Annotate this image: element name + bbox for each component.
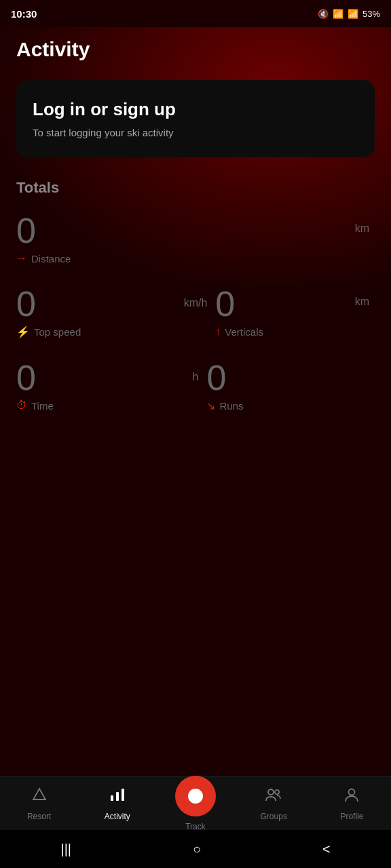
nav-activity[interactable]: Activity	[78, 786, 156, 821]
verticals-icon: ↑	[215, 326, 221, 338]
svg-rect-3	[122, 789, 124, 801]
svg-marker-0	[33, 789, 45, 800]
status-bar: 10:30 🔇 📶 📶 53%	[0, 0, 391, 27]
svg-rect-2	[116, 792, 119, 801]
time-runs-row: 0 ⏱ Time h 0 ↘ Runs	[16, 360, 375, 412]
runs-value: 0	[206, 360, 375, 395]
distance-value: 0	[16, 213, 375, 248]
resort-icon	[31, 786, 48, 808]
distance-label: Distance	[31, 253, 71, 264]
wifi-icon: 📶	[333, 9, 343, 19]
svg-point-5	[275, 789, 279, 793]
verticals-unit: km	[355, 296, 369, 308]
svg-point-4	[268, 789, 274, 795]
android-menu-button[interactable]: |||	[60, 842, 71, 857]
status-time: 10:30	[11, 8, 37, 20]
android-home-button[interactable]: ○	[193, 842, 201, 857]
android-nav-bar: ||| ○ <	[0, 830, 391, 868]
speed-icon: ⚡	[16, 326, 30, 338]
nav-profile[interactable]: Profile	[313, 786, 391, 821]
login-card-subtitle: To start logging your ski activity	[33, 127, 358, 138]
time-value: 0	[16, 360, 185, 395]
groups-label: Groups	[261, 812, 287, 821]
groups-icon	[265, 786, 282, 808]
login-card-title: Log in or sign up	[33, 99, 358, 120]
svg-rect-1	[111, 795, 113, 801]
totals-label: Totals	[16, 179, 375, 197]
distance-row: 0 → Distance km	[16, 213, 375, 264]
speed-unit: km/h	[184, 286, 208, 309]
nav-groups[interactable]: Groups	[235, 786, 313, 821]
verticals-label: Verticals	[225, 326, 263, 338]
nav-track[interactable]: Track	[156, 776, 234, 831]
activity-icon	[109, 786, 126, 808]
bottom-nav: Resort Activity Track Groups	[0, 776, 391, 830]
runs-stat: 0 ↘ Runs	[206, 360, 375, 412]
android-back-button[interactable]: <	[322, 842, 331, 857]
track-button[interactable]	[175, 776, 216, 816]
login-card[interactable]: Log in or sign up To start logging your …	[16, 80, 375, 157]
verticals-value: 0	[215, 286, 375, 321]
speed-stat: 0 ⚡ Top speed	[16, 286, 176, 338]
profile-label: Profile	[340, 812, 363, 821]
runs-label: Runs	[219, 400, 243, 412]
svg-point-6	[349, 789, 355, 795]
speed-verticals-row: 0 ⚡ Top speed km/h 0 ↑ Verticals km	[16, 286, 375, 338]
distance-unit: km	[355, 222, 369, 235]
verticals-stat: 0 ↑ Verticals km	[215, 286, 375, 338]
time-icon: ⏱	[16, 399, 27, 412]
time-unit: h	[193, 360, 199, 383]
battery-percent: 53%	[362, 9, 380, 19]
nav-resort[interactable]: Resort	[0, 786, 78, 821]
totals-section: Totals 0 → Distance km 0 ⚡ Top speed km	[0, 179, 391, 412]
silent-icon: 🔇	[318, 9, 329, 19]
distance-icon: →	[16, 252, 27, 264]
resort-label: Resort	[27, 812, 51, 821]
runs-icon: ↘	[206, 399, 215, 412]
speed-value: 0	[16, 286, 176, 321]
signal-icon: 📶	[348, 9, 358, 19]
activity-label: Activity	[105, 812, 130, 821]
time-label: Time	[31, 400, 54, 412]
profile-icon	[343, 786, 360, 808]
speed-label: Top speed	[34, 326, 81, 338]
status-icons: 🔇 📶 📶 53%	[318, 9, 380, 19]
page-title: Activity	[0, 27, 391, 75]
time-stat: 0 ⏱ Time	[16, 360, 185, 412]
track-button-inner	[188, 789, 203, 804]
distance-stat: 0 → Distance km	[16, 213, 375, 264]
